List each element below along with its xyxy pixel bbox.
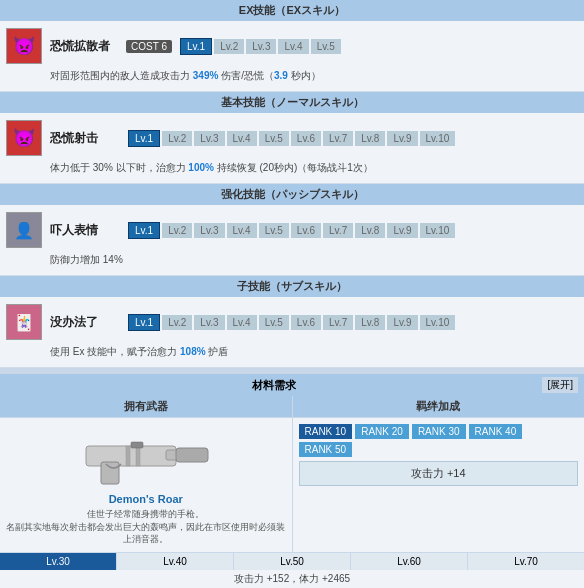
basic-lv3-button[interactable]: Lv.3 xyxy=(194,131,224,146)
svg-rect-5 xyxy=(136,446,140,466)
svg-rect-2 xyxy=(176,448,208,462)
svg-rect-4 xyxy=(126,446,130,466)
sub-lv5-button[interactable]: Lv.5 xyxy=(259,315,289,330)
passive-lv8-button[interactable]: Lv.8 xyxy=(355,223,385,238)
basic-lv5-button[interactable]: Lv.5 xyxy=(259,131,289,146)
weapon-desc: 佳世子经常随身携带的手枪。 名副其实地每次射击都会发出巨大的轰鸣声，因此在市区使… xyxy=(6,508,286,546)
wlv70-button[interactable]: Lv.70 xyxy=(468,553,584,570)
passive-skill-icon: 👤 xyxy=(6,212,42,248)
sub-lv8-button[interactable]: Lv.8 xyxy=(355,315,385,330)
rank-stat-box: 攻击力 +14 xyxy=(299,461,579,486)
basic-lv7-button[interactable]: Lv.7 xyxy=(323,131,353,146)
sub-lv6-button[interactable]: Lv.6 xyxy=(291,315,321,330)
sub-skill-icon: 🃏 xyxy=(6,304,42,340)
svg-rect-0 xyxy=(86,446,176,466)
sub-lv2-button[interactable]: Lv.2 xyxy=(162,315,192,330)
passive-lv10-button[interactable]: Lv.10 xyxy=(420,223,456,238)
basic-skill-row: 👿 恐慌射击 Lv.1 Lv.2 Lv.3 Lv.4 Lv.5 Lv.6 Lv.… xyxy=(0,113,584,184)
passive-lv5-button[interactable]: Lv.5 xyxy=(259,223,289,238)
ex-skill-row: 👿 恐慌拡散者 COST 6 Lv.1 Lv.2 Lv.3 Lv.4 Lv.5 … xyxy=(0,21,584,92)
rank30-button[interactable]: RANK 30 xyxy=(412,424,466,439)
wlv50-button[interactable]: Lv.50 xyxy=(234,553,351,570)
ex-skill-desc: 对固形范围内的敌人造成攻击力 349% 伤害/恐慌（3.9 秒内） xyxy=(0,67,584,87)
sub-lv10-button[interactable]: Lv.10 xyxy=(420,315,456,330)
material-header-label: 材料需求 xyxy=(6,378,542,393)
ex-skill-cost: COST 6 xyxy=(126,40,172,53)
passive-skill-row: 👤 吓人表情 Lv.1 Lv.2 Lv.3 Lv.4 Lv.5 Lv.6 Lv.… xyxy=(0,205,584,276)
basic-lv6-button[interactable]: Lv.6 xyxy=(291,131,321,146)
basic-lv10-button[interactable]: Lv.10 xyxy=(420,131,456,146)
sub-skill-desc: 使用 Ex 技能中，赋予治愈力 108% 护盾 xyxy=(0,343,584,363)
basic-lv8-button[interactable]: Lv.8 xyxy=(355,131,385,146)
wlv30-button[interactable]: Lv.30 xyxy=(0,553,117,570)
expand-button[interactable]: [展开] xyxy=(542,377,578,393)
passive-lv7-button[interactable]: Lv.7 xyxy=(323,223,353,238)
owned-weapon-label: 拥有武器 xyxy=(0,396,292,417)
sub-skill-row: 🃏 没办法了 Lv.1 Lv.2 Lv.3 Lv.4 Lv.5 Lv.6 Lv.… xyxy=(0,297,584,368)
ex-lv3-button[interactable]: Lv.3 xyxy=(246,39,276,54)
sub-lv3-button[interactable]: Lv.3 xyxy=(194,315,224,330)
ex-lv4-button[interactable]: Lv.4 xyxy=(278,39,308,54)
svg-rect-3 xyxy=(101,462,119,484)
passive-skill-header: 强化技能（パッシブスキル） xyxy=(0,184,584,205)
basic-lv9-button[interactable]: Lv.9 xyxy=(387,131,417,146)
rank50-button[interactable]: RANK 50 xyxy=(299,442,353,457)
basic-skill-header: 基本技能（ノーマルスキル） xyxy=(0,92,584,113)
sub-skill-name: 没办法了 xyxy=(50,314,120,331)
rank10-button[interactable]: RANK 10 xyxy=(299,424,353,439)
ex-lv2-button[interactable]: Lv.2 xyxy=(214,39,244,54)
basic-skill-icon: 👿 xyxy=(6,120,42,156)
weapon-stat: 攻击力 +152，体力 +2465 xyxy=(0,570,584,588)
basic-skill-name: 恐慌射击 xyxy=(50,130,120,147)
material-section: 材料需求 [展开] 拥有武器 羁绊加成 xyxy=(0,374,584,588)
ex-lv5-button[interactable]: Lv.5 xyxy=(311,39,341,54)
basic-lv2-button[interactable]: Lv.2 xyxy=(162,131,192,146)
passive-skill-desc: 防御力增加 14% xyxy=(0,251,584,271)
basic-lv1-button[interactable]: Lv.1 xyxy=(128,130,160,147)
weapon-name: Demon's Roar xyxy=(6,493,286,505)
sub-lv1-button[interactable]: Lv.1 xyxy=(128,314,160,331)
passive-lv9-button[interactable]: Lv.9 xyxy=(387,223,417,238)
sub-lv7-button[interactable]: Lv.7 xyxy=(323,315,353,330)
wlv60-button[interactable]: Lv.60 xyxy=(351,553,468,570)
ex-lv1-button[interactable]: Lv.1 xyxy=(180,38,212,55)
weapon-image xyxy=(76,424,216,489)
rank40-button[interactable]: RANK 40 xyxy=(469,424,523,439)
ex-skill-name: 恐慌拡散者 xyxy=(50,38,120,55)
passive-lv4-button[interactable]: Lv.4 xyxy=(227,223,257,238)
passive-lv3-button[interactable]: Lv.3 xyxy=(194,223,224,238)
svg-rect-6 xyxy=(131,442,143,448)
bond-bonus-label: 羁绊加成 xyxy=(292,396,585,417)
ex-skill-header: EX技能（EXスキル） xyxy=(0,0,584,21)
passive-lv6-button[interactable]: Lv.6 xyxy=(291,223,321,238)
basic-lv4-button[interactable]: Lv.4 xyxy=(227,131,257,146)
passive-lv2-button[interactable]: Lv.2 xyxy=(162,223,192,238)
passive-skill-name: 吓人表情 xyxy=(50,222,120,239)
passive-lv1-button[interactable]: Lv.1 xyxy=(128,222,160,239)
rank20-button[interactable]: RANK 20 xyxy=(355,424,409,439)
sub-lv9-button[interactable]: Lv.9 xyxy=(387,315,417,330)
basic-skill-desc: 体力低于 30% 以下时，治愈力 100% 持续恢复 (20秒内)（每场战斗1次… xyxy=(0,159,584,179)
sub-skill-header: 子技能（サブスキル） xyxy=(0,276,584,297)
wlv40-button[interactable]: Lv.40 xyxy=(117,553,234,570)
sub-lv4-button[interactable]: Lv.4 xyxy=(227,315,257,330)
ex-skill-icon: 👿 xyxy=(6,28,42,64)
